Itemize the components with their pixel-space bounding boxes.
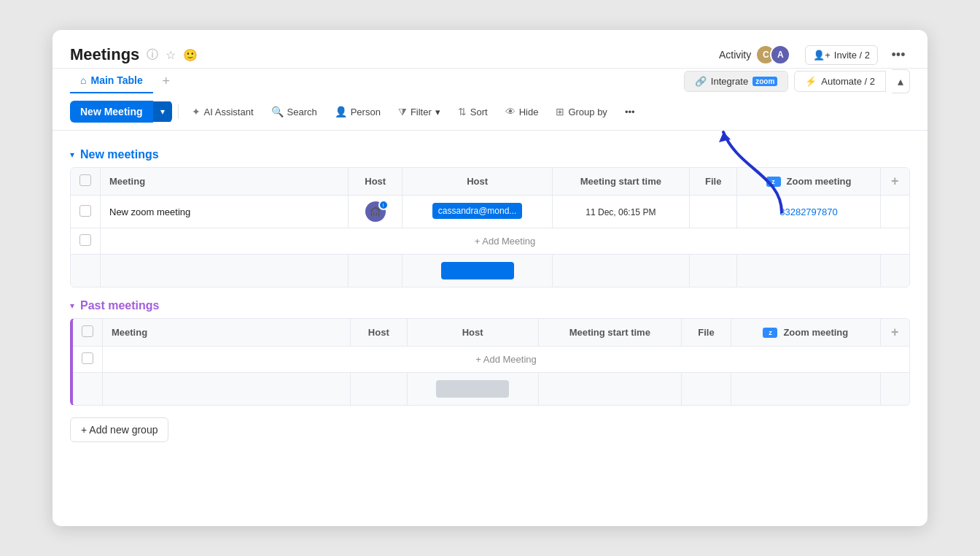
past-meeting-col-header: Meeting: [103, 319, 351, 347]
person-button[interactable]: 👤 Person: [327, 101, 388, 122]
past-meetings-chevron[interactable]: ▾: [70, 301, 74, 311]
tabs-right: 🔗 Integrate zoom ⚡ Automate / 2 ▴: [684, 69, 910, 93]
search-icon: 🔍: [271, 106, 284, 117]
meeting-col-header: Meeting: [101, 168, 349, 196]
past-meetings-title: Past meetings: [80, 299, 159, 312]
more-options-button[interactable]: •••: [887, 43, 910, 66]
past-file-col-header: File: [681, 319, 731, 347]
past-add-row-checkbox-cell: [73, 347, 103, 373]
content-area: ▾ New meetings Meeting Host Host Meeting…: [52, 131, 928, 454]
group-by-button[interactable]: ⊞ Group by: [548, 101, 614, 122]
start-time-value: 11 Dec, 06:15 PM: [586, 207, 656, 217]
host-icon-content: 🎧 !: [357, 201, 393, 222]
checkbox-col-header: [71, 168, 101, 196]
automate-icon: ⚡: [805, 76, 817, 87]
more-toolbar-button[interactable]: •••: [618, 102, 642, 122]
new-meetings-group-header: ▾ New meetings: [70, 148, 910, 161]
host-avatar: 🎧 !: [365, 201, 386, 222]
summary-time-cell: [552, 255, 689, 287]
meeting-name-cell: New zoom meeting: [101, 196, 349, 228]
search-label: Search: [287, 107, 317, 117]
past-summary-meeting-cell: [103, 373, 351, 406]
automate-chevron[interactable]: ▴: [892, 69, 910, 93]
past-zoom-col-header: z Zoom meeting: [731, 319, 880, 347]
integrate-button[interactable]: 🔗 Integrate zoom: [684, 71, 788, 92]
zoom-col-label: Zoom meeting: [787, 176, 852, 187]
add-tab-button[interactable]: +: [156, 71, 176, 91]
search-button[interactable]: 🔍 Search: [264, 101, 324, 122]
meeting-name: New zoom meeting: [109, 206, 190, 217]
add-row-checkbox[interactable]: [79, 234, 91, 246]
activity-label: Activity: [719, 49, 751, 61]
new-meeting-button[interactable]: New Meeting ▾: [70, 101, 172, 123]
summary-extra-cell: [880, 255, 909, 287]
table-row: New zoom meeting 🎧 !: [71, 196, 909, 228]
hide-icon: 👁: [505, 106, 516, 117]
filter-chevron: ▾: [435, 107, 440, 117]
hide-label: Hide: [519, 107, 539, 117]
zoom-meeting-link[interactable]: 83282797870: [779, 206, 838, 217]
past-summary-host1-cell: [351, 373, 408, 406]
past-host-col-header-1: Host: [351, 319, 408, 347]
past-summary-file-cell: [681, 373, 731, 406]
host-email-cell: cassandra@mond...: [402, 196, 552, 228]
select-all-checkbox[interactable]: [79, 174, 91, 186]
new-meeting-dropdown-button[interactable]: ▾: [153, 101, 172, 122]
star-icon[interactable]: ☆: [166, 48, 176, 62]
header-right: Activity C A 👤+ Invite / 2 •••: [713, 42, 910, 68]
past-summary-checkbox-cell: [73, 373, 103, 406]
zoom-meeting-cell: 83282797870: [737, 196, 880, 228]
header-left: Meetings ⓘ ☆ 🙂: [70, 45, 198, 64]
new-meetings-chevron[interactable]: ▾: [70, 150, 74, 160]
new-meetings-title: New meetings: [80, 148, 159, 161]
ai-assistant-button[interactable]: ✦ AI Assistant: [184, 101, 261, 122]
past-zoom-col-label: Zoom meeting: [783, 327, 848, 338]
past-meetings-group: ▾ Past meetings Meeting Host Host Meetin…: [70, 299, 910, 406]
past-add-meeting-cell[interactable]: + Add Meeting: [103, 347, 910, 373]
past-summary-host2-cell: [407, 373, 538, 406]
past-meetings-table: Meeting Host Host Meeting start time Fil…: [73, 319, 909, 405]
sort-label: Sort: [470, 107, 488, 117]
filter-button[interactable]: ⧩ Filter ▾: [391, 101, 448, 123]
tab-main-table[interactable]: ⌂ Main Table: [70, 69, 153, 93]
new-meetings-summary-row: [71, 255, 909, 287]
activity-button[interactable]: Activity C A: [713, 42, 796, 68]
start-time-cell: 11 Dec, 06:15 PM: [552, 196, 689, 228]
past-add-column-button[interactable]: +: [890, 325, 901, 340]
past-add-col-header[interactable]: +: [880, 319, 909, 347]
row-extra-cell: [880, 196, 909, 228]
row-checkbox[interactable]: [79, 205, 91, 217]
ai-icon: ✦: [192, 106, 201, 117]
past-select-all-checkbox[interactable]: [82, 325, 93, 337]
hide-button[interactable]: 👁 Hide: [498, 101, 546, 122]
summary-meeting-cell: [101, 255, 349, 287]
summary-host1-cell: [349, 255, 402, 287]
host-icon-cell: 🎧 !: [349, 196, 402, 228]
past-summary-time-cell: [538, 373, 681, 406]
add-col-header[interactable]: +: [880, 168, 909, 196]
past-meetings-summary-row: [73, 373, 909, 406]
summary-host2-cell: [402, 255, 552, 287]
invite-label: Invite / 2: [834, 50, 870, 61]
host-email-badge: cassandra@mond...: [432, 203, 523, 219]
automate-button[interactable]: ⚡ Automate / 2: [794, 71, 886, 92]
past-meetings-header-row: Meeting Host Host Meeting start time Fil…: [73, 319, 909, 347]
invite-button[interactable]: 👤+ Invite / 2: [805, 45, 878, 65]
group-by-label: Group by: [568, 107, 607, 117]
host-notification: !: [378, 200, 389, 210]
host-col-header-2: Host: [402, 168, 552, 196]
add-column-button[interactable]: +: [890, 174, 901, 189]
sort-button[interactable]: ⇅ Sort: [451, 101, 495, 122]
tabs-row: ⌂ Main Table + 🔗 Integrate zoom ⚡ Automa…: [52, 69, 928, 93]
smiley-icon[interactable]: 🙂: [183, 48, 198, 62]
row-checkbox-cell: [71, 196, 101, 228]
host-col-header-1: Host: [349, 168, 402, 196]
integrate-icon: 🔗: [695, 76, 707, 87]
past-add-row-checkbox[interactable]: [82, 352, 93, 364]
summary-zoom-cell: [737, 255, 880, 287]
info-icon[interactable]: ⓘ: [147, 47, 158, 63]
add-new-group-button[interactable]: + Add new group: [70, 417, 168, 442]
new-meeting-main-button[interactable]: New Meeting: [70, 101, 153, 123]
add-meeting-cell[interactable]: + Add Meeting: [101, 228, 910, 255]
past-add-meeting-row: + Add Meeting: [73, 347, 909, 373]
